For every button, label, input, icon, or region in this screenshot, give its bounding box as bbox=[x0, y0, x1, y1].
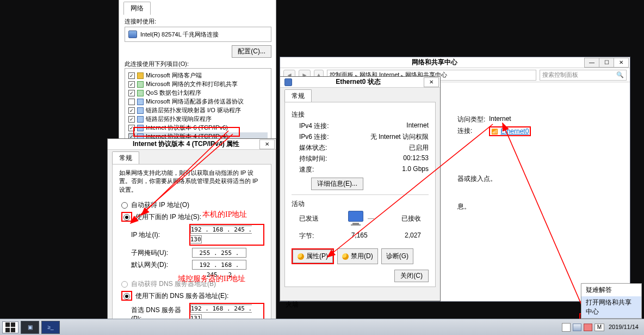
checkbox-icon[interactable] bbox=[128, 81, 135, 88]
disable-button[interactable]: 禁用(D) bbox=[337, 248, 378, 264]
bytes-recv-value: 2,027 bbox=[405, 232, 421, 241]
firewall-text: 火墙 bbox=[286, 300, 299, 309]
checkbox-icon[interactable] bbox=[128, 107, 135, 114]
item-label: Microsoft 网络客户端 bbox=[146, 71, 202, 80]
access-type-label: 访问类型: bbox=[457, 115, 489, 124]
radio-use-dns[interactable]: 使用下面的 DNS 服务器地址(E): bbox=[121, 291, 264, 301]
maximize-button[interactable]: ☐ bbox=[599, 58, 614, 68]
nsc-right-panel: 访问类型: Internet 连接: 📶 Ethernet0 器或接入点。 息。 bbox=[449, 82, 630, 301]
activity-icons: — bbox=[346, 211, 374, 226]
ipv4-titlebar[interactable]: Internet 协议版本 4 (TCP/IPv4) 属性 ✕ bbox=[108, 139, 276, 150]
media-state-value: 已启用 bbox=[409, 143, 429, 153]
nsc-note-text2: 息。 bbox=[457, 202, 621, 211]
items-list-label: 此连接使用下列项目(O): bbox=[125, 60, 271, 68]
list-item[interactable]: Microsoft 网络的文件和打印机共享 bbox=[128, 80, 268, 88]
bytes-sent-value: 7,165 bbox=[351, 232, 368, 241]
ipv4-conn-value: Internet bbox=[406, 121, 429, 131]
details-button[interactable]: 详细信息(E)... bbox=[311, 178, 363, 190]
shield-icon bbox=[298, 253, 304, 260]
tray-network-icon[interactable] bbox=[573, 324, 581, 331]
list-item[interactable]: Microsoft 网络客户端 bbox=[128, 71, 268, 80]
item-label: QoS 数据包计划程序 bbox=[146, 89, 201, 97]
list-item[interactable]: 链路层拓扑发现映射器 I/O 驱动程序 bbox=[128, 106, 268, 114]
proto-icon bbox=[137, 116, 144, 123]
close-button[interactable]: ✕ bbox=[259, 139, 275, 149]
list-item[interactable]: QoS 数据包计划程序 bbox=[128, 89, 268, 97]
eth-titlebar[interactable]: Ethernet0 状态 ✕ bbox=[280, 77, 440, 88]
nsc-titlebar[interactable]: 网络和共享中心 — ☐ ✕ bbox=[280, 57, 630, 68]
window-ipv4-properties: Internet 协议版本 4 (TCP/IPv4) 属性 ✕ 常规 如果网络支… bbox=[107, 138, 276, 328]
checkbox-icon[interactable] bbox=[128, 99, 135, 105]
tab-network[interactable]: 网络 bbox=[123, 2, 151, 15]
adapter-items-list[interactable]: Microsoft 网络客户端Microsoft 网络的文件和打印机共享QoS … bbox=[125, 68, 271, 145]
radio-icon bbox=[123, 214, 130, 221]
ip-address-input[interactable]: 192 . 168 . 245 . 130 bbox=[190, 226, 252, 243]
radio-icon bbox=[123, 293, 130, 300]
start-button[interactable] bbox=[2, 321, 18, 333]
checkbox-icon[interactable] bbox=[128, 90, 135, 96]
subnet-mask-input[interactable]: 255 . 255 . 255 . 0 bbox=[192, 248, 246, 258]
tray-troubleshoot[interactable]: 疑难解答 bbox=[581, 284, 641, 296]
svg-rect-2 bbox=[5, 322, 10, 327]
proto-icon bbox=[137, 107, 144, 114]
monitor-icon bbox=[346, 211, 366, 226]
shield-icon bbox=[342, 253, 349, 260]
subnet-mask-label: 子网掩码(U): bbox=[131, 248, 192, 258]
configure-button[interactable]: 配置(C)... bbox=[232, 45, 271, 58]
duration-label: 持续时间: bbox=[299, 154, 327, 163]
taskbar-item-server-manager[interactable]: ▣ bbox=[21, 321, 39, 334]
gateway-label: 默认网关(D): bbox=[131, 260, 192, 270]
svg-rect-3 bbox=[11, 322, 15, 327]
ethernet-icon: 📶 bbox=[491, 129, 498, 135]
proto-icon bbox=[137, 99, 144, 105]
nsc-title: 网络和共享中心 bbox=[284, 58, 585, 67]
connection-link-highlight: 📶 Ethernet0 bbox=[489, 126, 531, 136]
nsc-note-text: 器或接入点。 bbox=[457, 174, 621, 184]
window-ethernet-status: Ethernet0 状态 ✕ 常规 连接 IPv4 连接:Internet IP… bbox=[280, 76, 441, 301]
tray-flag-icon[interactable] bbox=[562, 323, 571, 332]
nic-box: Intel(R) 82574L 千兆网络连接 bbox=[125, 27, 271, 42]
checkbox-icon[interactable] bbox=[128, 125, 135, 131]
taskbar: ▣ ≥_ M 2019/11/14 bbox=[0, 319, 644, 335]
tray-network-popup: 疑难解答 打开网络和共享中心 bbox=[581, 283, 642, 319]
tab-general[interactable]: 常规 bbox=[112, 151, 139, 165]
tray-datetime[interactable]: 2019/11/14 bbox=[606, 324, 641, 331]
connection-label: 连接: bbox=[457, 126, 489, 136]
close-button[interactable]: 关闭(C) bbox=[394, 270, 429, 282]
tray-open-nsc[interactable]: 打开网络和共享中心 bbox=[581, 296, 641, 318]
search-input[interactable]: 搜索控制面板 🔍 bbox=[540, 70, 627, 81]
taskbar-item-powershell[interactable]: ≥_ bbox=[41, 321, 60, 334]
system-tray: M 2019/11/14 bbox=[562, 319, 644, 335]
minimize-button[interactable]: — bbox=[584, 58, 599, 68]
tab-general[interactable]: 常规 bbox=[284, 89, 312, 102]
tray-ime[interactable]: M bbox=[595, 324, 604, 331]
service-icon bbox=[137, 81, 144, 88]
list-item[interactable]: 链路层拓扑发现响应程序 bbox=[128, 115, 268, 123]
ethernet-icon bbox=[284, 78, 292, 86]
bytes-label: 字节: bbox=[299, 232, 314, 241]
radio-icon bbox=[121, 281, 128, 288]
checkbox-icon[interactable] bbox=[128, 116, 135, 123]
ipv4-conn-label: IPv4 连接: bbox=[299, 121, 329, 131]
list-item[interactable]: Microsoft 网络适配器多路传送器协议 bbox=[128, 98, 268, 106]
annotation-dns-ip: 域控服务器的IP地址 bbox=[178, 274, 245, 284]
item-label: Internet 协议版本 6 (TCP/IPv6) bbox=[146, 124, 228, 132]
svg-rect-4 bbox=[5, 327, 10, 332]
connection-link[interactable]: Ethernet0 bbox=[500, 127, 529, 135]
close-button[interactable]: ✕ bbox=[424, 77, 439, 87]
properties-button[interactable]: 属性(P) bbox=[293, 249, 333, 263]
ipv6-conn-label: IPv6 连接: bbox=[299, 132, 329, 142]
list-item[interactable]: Internet 协议版本 6 (TCP/IPv6) bbox=[128, 124, 268, 132]
radio-icon bbox=[121, 202, 128, 209]
annotation-local-ip: 本机的IP地址 bbox=[202, 210, 247, 220]
gateway-input[interactable]: 192 . 168 . 245 . 2 bbox=[192, 260, 246, 270]
radio-auto-ip[interactable]: 自动获得 IP 地址(O) bbox=[121, 200, 264, 210]
duration-value: 00:12:53 bbox=[403, 154, 429, 163]
recv-label: 已接收 bbox=[401, 214, 421, 223]
item-label: 链路层拓扑发现响应程序 bbox=[146, 115, 212, 123]
item-label: 链路层拓扑发现映射器 I/O 驱动程序 bbox=[146, 106, 241, 114]
diagnose-button[interactable]: 诊断(G) bbox=[381, 248, 413, 264]
checkbox-icon[interactable] bbox=[128, 72, 135, 79]
tray-action-center-icon[interactable] bbox=[584, 324, 592, 331]
close-button[interactable]: ✕ bbox=[614, 58, 629, 68]
